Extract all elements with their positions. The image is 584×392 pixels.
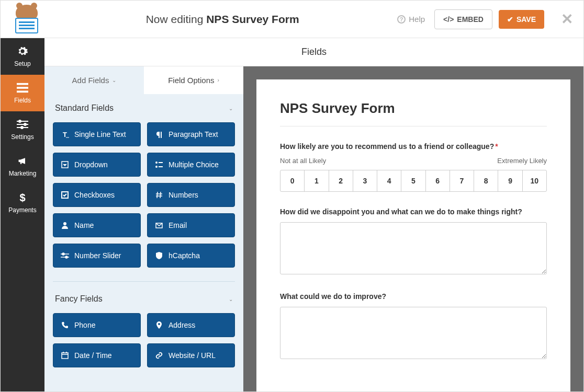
field-type-label: Number Slider xyxy=(74,251,121,260)
form-preview[interactable]: NPS Survey Form How likely are you to re… xyxy=(256,79,570,391)
field-type-label: Paragraph Text xyxy=(169,130,218,139)
field-type-label: Checkboxes xyxy=(74,191,115,199)
shield-icon xyxy=(155,251,163,260)
nav-marketing[interactable]: Marketing xyxy=(1,148,44,185)
scale-option[interactable]: 0 xyxy=(280,170,305,191)
q3-textarea[interactable] xyxy=(280,307,547,359)
check-icon: ✔ xyxy=(507,15,513,24)
field-type-label: Dropdown xyxy=(74,160,108,169)
field-type-label: Date / Time xyxy=(74,351,112,360)
field-type-button[interactable]: Name xyxy=(53,213,141,237)
field-type-button[interactable]: Checkboxes xyxy=(53,183,141,207)
divider xyxy=(53,281,235,282)
scale-option[interactable]: 4 xyxy=(377,170,401,191)
field-type-button[interactable]: Multiple Choice xyxy=(147,153,235,177)
field-type-label: Website / URL xyxy=(169,351,216,360)
svg-line-19 xyxy=(160,192,161,198)
close-icon[interactable]: ✕ xyxy=(561,10,573,28)
svg-rect-16 xyxy=(159,166,163,167)
scale-option[interactable]: 1 xyxy=(305,170,329,191)
field-type-label: Numbers xyxy=(169,191,198,199)
side-nav: Setup Fields Settings Marketing $ Paymen… xyxy=(1,38,44,391)
section-fancy-fields[interactable]: Fancy Fields ⌄ xyxy=(44,285,243,310)
user-icon xyxy=(61,221,69,229)
form-title: NPS Survey Form xyxy=(280,100,547,117)
field-type-button[interactable]: Number Slider xyxy=(53,244,141,268)
dollar-icon: $ xyxy=(17,192,28,203)
paragraph-icon xyxy=(155,130,163,139)
chevron-down-icon: ⌄ xyxy=(229,106,233,111)
panel-title: Fields xyxy=(44,38,583,66)
field-type-label: Address xyxy=(169,321,195,329)
tab-add-fields[interactable]: Add Fields⌄ xyxy=(44,66,144,94)
scale-option[interactable]: 8 xyxy=(474,170,498,191)
svg-point-27 xyxy=(65,256,68,258)
scale-option[interactable]: 10 xyxy=(523,170,546,191)
field-type-button[interactable]: Address xyxy=(147,313,235,337)
pin-icon xyxy=(155,321,163,329)
field-type-label: hCaptcha xyxy=(169,251,200,260)
tab-field-options[interactable]: Field Options› xyxy=(144,66,243,94)
nav-fields[interactable]: Fields xyxy=(1,75,44,111)
nav-setup[interactable]: Setup xyxy=(1,38,44,75)
embed-button[interactable]: </> EMBED xyxy=(434,9,492,29)
divider xyxy=(280,126,547,126)
scale-option[interactable]: 6 xyxy=(426,170,450,191)
envelope-icon xyxy=(155,221,163,229)
question-label: How likely are you to recommend us to a … xyxy=(280,142,547,151)
chevron-right-icon: › xyxy=(218,77,219,83)
field-type-button[interactable]: Date / Time xyxy=(53,343,141,367)
field-type-label: Single Line Text xyxy=(74,130,126,139)
field-type-label: Multiple Choice xyxy=(169,160,219,169)
scale-option[interactable]: 3 xyxy=(353,170,377,191)
svg-rect-0 xyxy=(17,83,28,85)
field-type-button[interactable]: Phone xyxy=(53,313,141,337)
svg-point-8 xyxy=(21,126,23,129)
svg-point-15 xyxy=(155,166,158,168)
field-type-button[interactable]: Email xyxy=(147,213,235,237)
editing-title: Now editing NPS Survey Form xyxy=(48,13,397,26)
nav-payments[interactable]: $ Payments xyxy=(1,185,44,221)
svg-rect-2 xyxy=(17,91,28,93)
field-type-button[interactable]: Dropdown xyxy=(53,153,141,177)
nps-scale: 012345678910 xyxy=(280,170,547,192)
q2-textarea[interactable] xyxy=(280,222,547,274)
svg-rect-14 xyxy=(159,162,163,163)
field-type-button[interactable]: Website / URL xyxy=(147,343,235,367)
scale-labels: Not at all LikelyExtremely Likely xyxy=(280,157,547,165)
field-type-button[interactable]: hCaptcha xyxy=(147,244,235,268)
save-button[interactable]: ✔ SAVE xyxy=(499,10,544,29)
scale-option[interactable]: 9 xyxy=(498,170,522,191)
link-icon xyxy=(155,351,163,360)
section-standard-fields[interactable]: Standard Fields ⌄ xyxy=(44,94,243,119)
scale-option[interactable]: 2 xyxy=(329,170,353,191)
svg-point-6 xyxy=(24,123,26,125)
svg-text:T: T xyxy=(63,131,67,138)
checkbox-icon xyxy=(61,191,69,199)
svg-point-13 xyxy=(155,162,158,164)
svg-rect-28 xyxy=(62,353,68,359)
svg-rect-1 xyxy=(17,87,28,89)
field-type-button[interactable]: Numbers xyxy=(147,183,235,207)
svg-point-4 xyxy=(19,120,21,122)
calendar-icon xyxy=(61,351,69,360)
scale-option[interactable]: 5 xyxy=(401,170,425,191)
code-icon: </> xyxy=(443,15,454,24)
dropdown-icon xyxy=(61,160,69,169)
field-type-button[interactable]: TSingle Line Text xyxy=(53,122,141,146)
question-label: How did we disappoint you and what can w… xyxy=(280,207,547,216)
sliders-icon xyxy=(17,119,28,130)
app-logo xyxy=(11,5,42,33)
slider-icon xyxy=(61,251,69,260)
bullhorn-icon xyxy=(17,155,28,167)
nav-settings[interactable]: Settings xyxy=(1,111,44,148)
scale-option[interactable]: 7 xyxy=(450,170,474,191)
svg-line-18 xyxy=(157,192,158,198)
chevron-down-icon: ⌄ xyxy=(112,77,116,83)
question-label: What could we do to improve? xyxy=(280,292,547,301)
svg-text:$: $ xyxy=(19,192,25,203)
help-link[interactable]: ? Help xyxy=(397,15,425,24)
svg-point-22 xyxy=(63,222,66,225)
field-type-button[interactable]: Paragraph Text xyxy=(147,122,235,146)
phone-icon xyxy=(61,321,69,329)
